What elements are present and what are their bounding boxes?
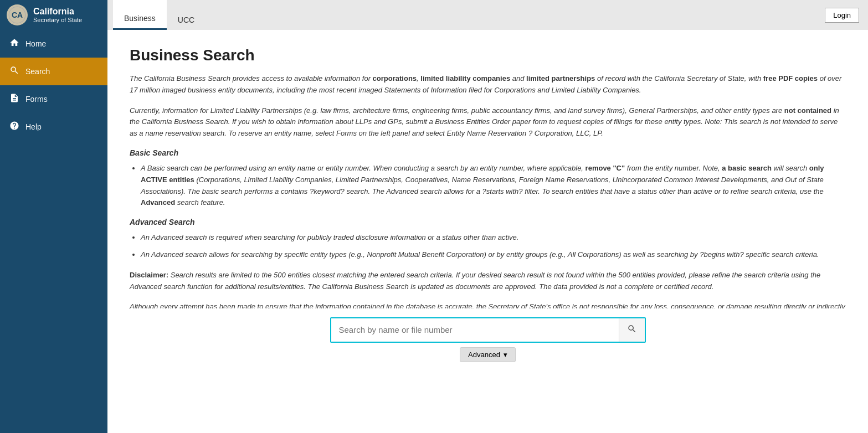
tab-business[interactable]: Business <box>113 0 167 30</box>
sidebar-home-label: Home <box>25 39 46 48</box>
search-input-wrapper <box>330 317 646 343</box>
svg-text:CA: CA <box>12 11 23 19</box>
search-input[interactable] <box>331 319 619 342</box>
advanced-bullet-2: An Advanced search allows for searching … <box>141 249 846 261</box>
advanced-label: Advanced <box>468 350 500 359</box>
sidebar-item-home[interactable]: Home <box>0 30 107 58</box>
sidebar-help-label: Help <box>25 122 42 131</box>
page-title: Business Search <box>130 47 846 64</box>
sidebar-item-help[interactable]: Help <box>0 113 107 141</box>
intro-paragraph: The California Business Search provides … <box>130 73 846 96</box>
help-icon <box>9 121 20 133</box>
home-icon <box>9 38 20 50</box>
chevron-down-icon: ▾ <box>504 350 507 359</box>
basic-search-list: A Basic search can be performed using an… <box>141 163 846 209</box>
advanced-search-title: Advanced Search <box>130 218 846 226</box>
sidebar-item-search[interactable]: Search <box>0 58 107 85</box>
search-bar-container: Advanced ▾ <box>130 308 846 367</box>
sidebar-search-label: Search <box>25 67 50 76</box>
sidebar-item-forms[interactable]: Forms <box>0 85 107 113</box>
logo-icon: CA <box>7 4 28 25</box>
content-area: Business Search The California Business … <box>107 30 868 433</box>
advanced-search-list: An Advanced search is required when sear… <box>141 232 846 261</box>
logo-text: California Secretary of State <box>33 6 82 24</box>
logo-title: California <box>33 6 82 17</box>
tab-ucc[interactable]: UCC <box>167 0 206 30</box>
logo-subtitle: Secretary of State <box>33 17 82 24</box>
disclaimer-paragraph: Disclaimer: Search results are limited t… <box>130 270 846 293</box>
tabs-area: Business UCC <box>107 0 816 30</box>
advanced-bullet-1: An Advanced search is required when sear… <box>141 232 846 244</box>
advanced-button[interactable]: Advanced ▾ <box>460 347 516 362</box>
search-button[interactable] <box>619 318 645 342</box>
forms-icon <box>9 93 20 105</box>
top-bar: CA California Secretary of State Busines… <box>0 0 868 30</box>
logo-area: CA California Secretary of State <box>0 4 107 25</box>
sidebar: Home Search Forms Help <box>0 30 107 433</box>
login-area: Login <box>816 0 868 30</box>
basic-bullet-1: A Basic search can be performed using an… <box>141 163 846 209</box>
sidebar-forms-label: Forms <box>25 95 48 104</box>
info-paragraph: Currently, information for Limited Liabi… <box>130 105 846 140</box>
basic-search-title: Basic Search <box>130 148 846 157</box>
main-layout: Home Search Forms Help Business Search T… <box>0 30 868 433</box>
login-button[interactable]: Login <box>825 8 859 23</box>
search-icon <box>9 65 20 78</box>
